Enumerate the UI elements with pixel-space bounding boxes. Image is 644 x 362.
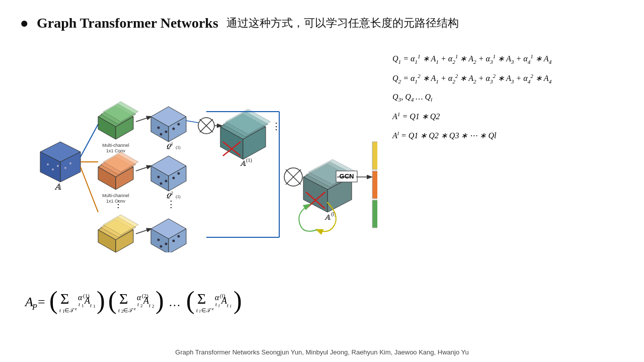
- svg-text:t: t: [90, 302, 92, 308]
- input-cube-A: 𝔸: [40, 142, 80, 191]
- svg-text:Multi-channel: Multi-channel: [102, 143, 129, 148]
- svg-text:): ): [233, 286, 242, 314]
- svg-point-5: [57, 165, 59, 167]
- diagram-svg: 𝔸 Multi-channel 1x1 Conv: [20, 41, 377, 252]
- q2-formula: Q2 = α12 ∗ A1 + α22 ∗ A2 + α32 ∗ A3 + α4…: [392, 71, 551, 86]
- footer-text: Graph Transformer Networks Seongjun Yun,…: [175, 348, 468, 356]
- svg-point-4: [52, 168, 54, 170]
- svg-line-9: [80, 124, 98, 157]
- svg-line-19: [136, 117, 151, 122]
- svg-text:l: l: [230, 304, 231, 309]
- svg-text:(: (: [186, 286, 195, 314]
- svg-text:𝔸: 𝔸: [54, 183, 61, 191]
- svg-text:e: e: [212, 306, 214, 311]
- svg-text:𝑸: 𝑸: [166, 192, 172, 199]
- A1-cube: 𝔸 (1): [220, 109, 271, 167]
- svg-text:): ): [97, 286, 105, 314]
- formula-area: Q1 = α11 ∗ A1 + α21 ∗ A2 + α31 ∗ A3 + α4…: [392, 51, 551, 143]
- svg-text:1: 1: [82, 303, 84, 308]
- title-sub: 通过这种方式，可以学习任意长度的元路径结构: [226, 16, 459, 31]
- svg-text:Σ: Σ: [119, 290, 128, 307]
- svg-text:2: 2: [152, 304, 154, 309]
- svg-point-66: [178, 235, 180, 238]
- svg-text:t: t: [59, 307, 61, 313]
- Al-cube: 𝔸 (l): [303, 159, 357, 221]
- svg-rect-105: [372, 142, 377, 169]
- svg-point-42: [157, 176, 160, 178]
- svg-point-45: [178, 172, 180, 175]
- svg-point-27: [160, 133, 163, 136]
- svg-point-64: [165, 243, 168, 245]
- yellow-cube-bot: Multi-channel 1x1 Conv: [98, 215, 138, 252]
- svg-text:α: α: [215, 293, 219, 302]
- svg-text:Multi-channel: Multi-channel: [102, 193, 129, 198]
- svg-text:𝔸: 𝔸: [240, 160, 247, 167]
- svg-text:t: t: [149, 302, 151, 308]
- svg-line-59: [136, 229, 151, 234]
- q1-cube: 𝑸 1 (1): [151, 107, 186, 150]
- svg-text:α: α: [78, 293, 83, 302]
- svg-text:e: e: [134, 306, 136, 311]
- svg-text:(1): (1): [176, 145, 181, 150]
- svg-text:2: 2: [171, 191, 173, 196]
- svg-point-43: [165, 180, 168, 183]
- svg-text:⋮: ⋮: [114, 199, 123, 209]
- footer: Graph Transformer Networks Seongjun Yun,…: [0, 348, 644, 356]
- q2-cube: 𝑸 2 (1): [151, 156, 186, 199]
- svg-text:P: P: [32, 303, 37, 311]
- svg-point-46: [160, 183, 163, 185]
- svg-text:t: t: [227, 302, 229, 308]
- svg-text:(: (: [49, 286, 58, 314]
- q34-formula: Q3, Q4 … Ql: [392, 90, 551, 105]
- svg-text:t: t: [196, 307, 198, 313]
- svg-text:l: l: [199, 309, 201, 314]
- svg-rect-106: [372, 171, 377, 199]
- svg-text:(1): (1): [176, 195, 181, 199]
- svg-point-67: [160, 245, 163, 248]
- svg-text:Σ: Σ: [197, 290, 206, 307]
- svg-point-7: [69, 162, 71, 164]
- svg-text:𝔸: 𝔸: [325, 214, 331, 221]
- svg-text:(: (: [108, 286, 117, 314]
- svg-text:): ): [155, 286, 164, 314]
- svg-text:1: 1: [171, 142, 173, 146]
- title-bullet: ●: [20, 15, 29, 31]
- svg-text:=: =: [38, 295, 45, 309]
- svg-point-23: [157, 127, 160, 129]
- svg-line-74: [186, 121, 198, 123]
- al-formula: Al = Q1 ∗ Q2 ∗ Q3 ∗ ⋯ ∗ Ql: [392, 128, 551, 143]
- svg-text:t: t: [78, 301, 80, 307]
- svg-text:∈𝒯: ∈𝒯: [64, 307, 75, 313]
- svg-text:1: 1: [93, 304, 96, 309]
- svg-text:GCN: GCN: [340, 172, 354, 180]
- svg-text:e: e: [75, 306, 77, 311]
- svg-point-6: [64, 167, 66, 169]
- svg-text:∈𝒯: ∈𝒯: [123, 307, 134, 313]
- title-main: Graph Transformer Networks: [37, 15, 218, 31]
- svg-line-38: [136, 166, 151, 171]
- svg-text:t: t: [215, 301, 217, 307]
- svg-text:⋮: ⋮: [167, 199, 176, 209]
- bottom-formula: A P = ( Σ t 1 ∈𝒯 e α (1) t 1 A t 1 ) ( Σ: [20, 276, 397, 329]
- orange-cube-mid: Multi-channel 1x1 Conv: [98, 152, 138, 204]
- green-cube-top: Multi-channel 1x1 Conv: [98, 102, 138, 153]
- title-row: ● Graph Transformer Networks 通过这种方式，可以学习…: [20, 15, 624, 31]
- a1-formula: A1 = Q1 ∗ Q2: [392, 109, 551, 124]
- svg-point-26: [178, 123, 180, 126]
- svg-point-65: [173, 240, 175, 242]
- svg-line-11: [80, 167, 98, 212]
- ql-cube: 𝑸 1 (l): [151, 219, 186, 252]
- svg-text:1x1 Conv: 1x1 Conv: [106, 148, 126, 153]
- svg-point-3: [47, 163, 49, 165]
- svg-text:t: t: [118, 307, 120, 313]
- svg-text:𝑸: 𝑸: [166, 142, 172, 149]
- svg-text:t: t: [137, 301, 139, 307]
- svg-text:Σ: Σ: [60, 290, 69, 307]
- svg-point-63: [157, 239, 160, 241]
- slide-container: ● Graph Transformer Networks 通过这种方式，可以学习…: [0, 0, 644, 362]
- svg-point-44: [173, 177, 175, 179]
- svg-point-24: [165, 131, 168, 133]
- q1-formula: Q1 = α11 ∗ A1 + α21 ∗ A2 + α31 ∗ A3 + α4…: [392, 51, 551, 67]
- svg-text:2: 2: [140, 303, 143, 308]
- svg-point-25: [173, 128, 175, 130]
